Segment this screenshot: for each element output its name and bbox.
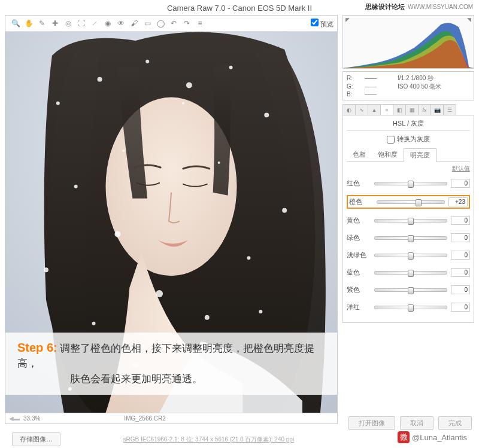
image-preview[interactable]: Step 6: 调整了橙色的色相，接下来调整明亮度，把橙色明亮度提高， 肤色会看… <box>5 32 337 413</box>
crop-icon[interactable]: ⛶ <box>76 18 87 29</box>
slider-blue-track[interactable] <box>374 271 447 275</box>
tab-fx[interactable]: fx <box>418 104 431 115</box>
slider-green-value[interactable] <box>451 233 470 242</box>
toolbar: 🔍 ✋ ✎ ✚ ◎ ⛶ ⟋ ◉ 👁 🖌 ▭ ◯ ↶ ↷ ≡ 预览 <box>5 16 337 32</box>
svg-point-20 <box>122 150 125 152</box>
tab-camera[interactable]: 📷 <box>431 104 444 115</box>
slider-red-handle[interactable] <box>408 181 414 188</box>
rotate-right-icon[interactable]: ↷ <box>181 18 192 29</box>
grayscale-checkbox[interactable]: 转换为灰度 <box>387 135 429 142</box>
slider-blue-handle[interactable] <box>408 270 414 277</box>
metadata: R:——f/1.2 1/800 秒 G:——ISO 400 50 毫米 B:—— <box>342 71 474 100</box>
slider-blue: 蓝色 <box>347 267 470 278</box>
slider-yellow-handle[interactable] <box>408 218 414 225</box>
author-credit: 微 @Luna_Atlantis <box>398 431 467 443</box>
redeye-icon[interactable]: 👁 <box>116 18 126 29</box>
adjustments-panel: ◤ ◥ R:——f/1.2 1/800 秒 G:——ISO 400 50 毫米 … <box>342 15 474 424</box>
clip-shadow-icon[interactable]: ◤ <box>345 17 350 23</box>
tab-lens[interactable]: ▦ <box>405 104 419 115</box>
slider-purple-handle[interactable] <box>408 287 414 294</box>
rotate-left-icon[interactable]: ↶ <box>168 18 179 29</box>
slider-yellow: 黄色 <box>347 215 470 226</box>
slider-yellow-track[interactable] <box>374 219 447 223</box>
svg-point-11 <box>156 290 163 297</box>
nav-prev-icon[interactable]: ◀▬ <box>9 415 20 422</box>
tab-luminance[interactable]: 明亮度 <box>404 148 436 162</box>
zoom-level[interactable]: 33.3% <box>23 415 40 422</box>
svg-point-9 <box>114 231 120 237</box>
hand-icon[interactable]: ✋ <box>23 18 34 29</box>
slider-magenta-track[interactable] <box>374 306 447 309</box>
svg-point-12 <box>92 322 96 325</box>
svg-point-14 <box>247 256 250 260</box>
svg-point-2 <box>56 101 60 105</box>
slider-aqua-track[interactable] <box>374 254 447 257</box>
slider-aqua: 浅绿色 <box>347 249 470 261</box>
slider-aqua-value[interactable] <box>451 251 470 260</box>
tab-split[interactable]: ◧ <box>393 104 406 115</box>
tab-saturation[interactable]: 饱和度 <box>372 148 404 161</box>
preview-checkbox[interactable]: 预览 <box>311 19 334 29</box>
radial-filter-icon[interactable]: ◯ <box>155 18 166 29</box>
tab-detail[interactable]: ▲ <box>368 104 381 115</box>
svg-point-13 <box>205 315 210 320</box>
svg-point-7 <box>264 112 269 117</box>
svg-point-5 <box>186 83 192 89</box>
slider-magenta: 洋红 <box>347 301 470 313</box>
slider-yellow-value[interactable] <box>451 216 470 225</box>
top-watermark: 思缘设计论坛 WWW.MISSYUAN.COM <box>365 2 473 11</box>
slider-orange: 橙色 <box>347 195 470 209</box>
workflow-options[interactable]: sRGB IEC61966-2.1; 8 位; 3744 x 5616 (21.… <box>123 436 294 443</box>
save-image-button[interactable]: 存储图像… <box>12 432 60 446</box>
step-number: Step 6: <box>17 341 57 354</box>
slider-green-track[interactable] <box>374 236 447 240</box>
svg-point-4 <box>145 60 149 63</box>
preview-panel: 🔍 ✋ ✎ ✚ ◎ ⛶ ⟋ ◉ 👁 🖌 ▭ ◯ ↶ ↷ ≡ 预览 <box>5 15 338 424</box>
open-image-button[interactable]: 打开图像 <box>348 416 395 430</box>
step-text-2: 肤色会看起来更加明亮通透。 <box>70 371 202 387</box>
clip-highlight-icon[interactable]: ◥ <box>467 17 471 23</box>
tab-hsl[interactable]: ≡ <box>380 104 393 115</box>
slider-red-value[interactable] <box>451 179 470 188</box>
slider-aqua-handle[interactable] <box>408 252 414 260</box>
slider-green: 绿色 <box>347 232 470 243</box>
straighten-icon[interactable]: ⟋ <box>89 18 100 29</box>
svg-point-6 <box>229 66 233 69</box>
svg-point-10 <box>44 267 48 272</box>
zoom-icon[interactable]: 🔍 <box>10 18 21 29</box>
spot-removal-icon[interactable]: ◉ <box>102 18 113 29</box>
svg-point-8 <box>74 185 78 188</box>
color-sampler-icon[interactable]: ✚ <box>50 18 60 29</box>
bottom-buttons: 打开图像 取消 完成 <box>348 416 472 430</box>
slider-green-handle[interactable] <box>408 235 414 242</box>
svg-point-15 <box>282 208 287 213</box>
svg-point-22 <box>259 310 262 313</box>
slider-red: 红色 <box>347 178 470 189</box>
filename: IMG_2566.CR2 <box>124 415 165 422</box>
tab-basic[interactable]: ◐ <box>342 104 356 115</box>
eyedropper-icon[interactable]: ✎ <box>37 18 47 29</box>
slider-magenta-value[interactable] <box>451 303 470 312</box>
adjustment-brush-icon[interactable]: 🖌 <box>129 18 140 29</box>
graduated-filter-icon[interactable]: ▭ <box>142 18 153 29</box>
slider-purple-track[interactable] <box>374 288 447 292</box>
hsl-sub-tabs: 色相 饱和度 明亮度 <box>347 148 470 162</box>
slider-orange-track[interactable] <box>377 200 445 204</box>
slider-blue-value[interactable] <box>451 268 470 277</box>
done-button[interactable]: 完成 <box>438 416 472 430</box>
slider-orange-handle[interactable] <box>416 199 422 206</box>
tab-presets[interactable]: ☰ <box>443 104 456 115</box>
tab-hue[interactable]: 色相 <box>347 148 372 161</box>
targeted-adjust-icon[interactable]: ◎ <box>63 18 74 29</box>
default-link[interactable]: 默认值 <box>347 164 470 173</box>
svg-point-3 <box>98 77 102 82</box>
svg-point-21 <box>218 161 220 164</box>
prefs-icon[interactable]: ≡ <box>195 18 205 29</box>
histogram[interactable]: ◤ ◥ <box>342 15 474 69</box>
slider-orange-value[interactable] <box>448 197 468 206</box>
slider-red-track[interactable] <box>374 182 447 185</box>
slider-purple-value[interactable] <box>451 285 470 294</box>
tab-curve[interactable]: ∿ <box>355 104 368 115</box>
cancel-button[interactable]: 取消 <box>400 416 433 430</box>
slider-magenta-handle[interactable] <box>408 304 414 312</box>
